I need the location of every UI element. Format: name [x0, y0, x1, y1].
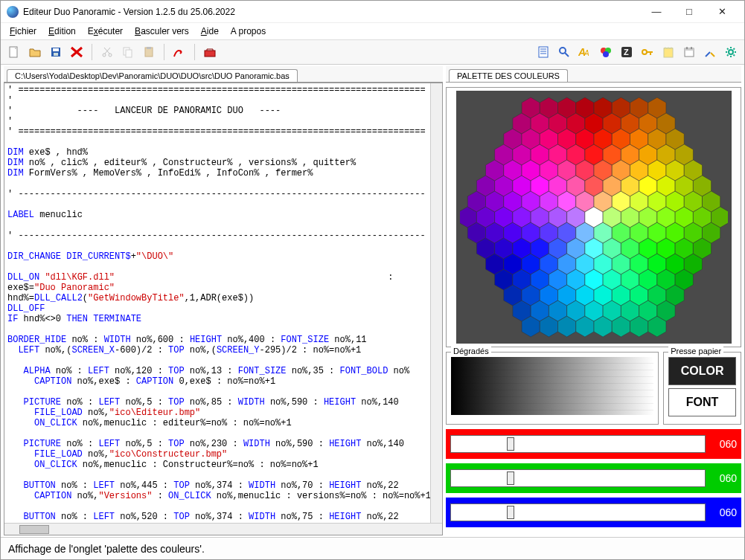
svg-rect-11 — [539, 47, 548, 57]
calendar-icon[interactable] — [680, 43, 698, 61]
svg-point-5 — [109, 54, 112, 57]
gear-icon[interactable] — [722, 43, 740, 61]
blue-value: 060 — [712, 506, 737, 518]
svg-point-15 — [560, 48, 566, 54]
main-area: C:\Users\Yoda\Desktop\Dev\Panoramic\DUO\… — [1, 65, 744, 537]
svg-text:Z: Z — [624, 48, 629, 57]
minimize-button[interactable]: — — [640, 1, 673, 22]
press-label: Presse papier — [668, 347, 723, 355]
palette-pane: PALETTE DES COULEURS Dégradés Presse pap… — [446, 66, 741, 535]
copy-color-button[interactable]: COLOR — [668, 357, 736, 385]
save-file-icon[interactable] — [47, 43, 65, 61]
editor-tabbar: C:\Users\Yoda\Desktop\Dev\Panoramic\DUO\… — [4, 66, 443, 83]
blue-slider[interactable] — [450, 503, 706, 521]
blue-slider-box: 060 — [446, 498, 741, 527]
menu-fichier[interactable]: Fichier — [5, 25, 41, 38]
svg-point-21 — [603, 51, 609, 57]
svg-rect-27 — [664, 48, 673, 57]
toolbox-icon[interactable] — [201, 43, 219, 61]
svg-rect-2 — [53, 48, 59, 51]
svg-point-4 — [103, 54, 106, 57]
svg-line-39 — [727, 55, 729, 57]
window-title: Editeur Duo Panoramic - Version 1.2.5 du… — [23, 7, 640, 17]
close-button[interactable]: ✕ — [706, 1, 738, 22]
svg-rect-9 — [147, 47, 151, 49]
statusbar: Affichage de l'onglet 'palette des coule… — [1, 537, 744, 559]
editor-tab[interactable]: C:\Users\Yoda\Desktop\Dev\Panoramic\DUO\… — [7, 69, 298, 82]
svg-line-38 — [734, 55, 735, 57]
svg-point-24 — [642, 50, 647, 54]
tools-icon[interactable] — [701, 43, 719, 61]
hex-color-wheel[interactable] — [456, 91, 732, 344]
palette-tab[interactable]: PALETTE DES COULEURS — [449, 69, 568, 82]
editor-vscroll[interactable] — [430, 83, 442, 523]
document-icon[interactable] — [534, 43, 552, 61]
red-value: 060 — [712, 438, 737, 450]
note-icon[interactable] — [659, 43, 677, 61]
titlebar: Editeur Duo Panoramic - Version 1.2.5 du… — [1, 1, 744, 23]
palette-icon[interactable] — [597, 43, 615, 61]
maximize-button[interactable]: □ — [673, 1, 706, 22]
svg-line-16 — [565, 53, 569, 57]
green-slider-box: 060 — [446, 463, 741, 493]
editor-wrap: ' ======================================… — [4, 83, 443, 535]
editor-pane: C:\Users\Yoda\Desktop\Dev\Panoramic\DUO\… — [4, 66, 443, 535]
palette-tabbar: PALETTE DES COULEURS — [446, 66, 741, 83]
new-file-icon[interactable] — [5, 43, 23, 61]
svg-rect-3 — [54, 53, 58, 56]
font-icon[interactable]: AA — [576, 43, 594, 61]
svg-point-32 — [729, 50, 733, 54]
run-icon[interactable] — [170, 43, 188, 61]
red-slider[interactable] — [450, 435, 706, 453]
menu-apropos[interactable]: A propos — [226, 25, 270, 38]
menu-executer[interactable]: Exécuter — [83, 25, 127, 38]
key-icon[interactable] — [639, 43, 656, 61]
editor-hscroll[interactable] — [4, 523, 442, 535]
menu-aide[interactable]: Aide — [196, 25, 223, 38]
color-wheel-box — [446, 87, 741, 347]
svg-rect-29 — [685, 48, 694, 51]
svg-line-37 — [727, 48, 729, 50]
toolbar: AA Z — [1, 39, 744, 65]
red-slider-box: 060 — [446, 429, 741, 459]
menu-edition[interactable]: Edition — [44, 25, 80, 38]
gradient-fieldset: Dégradés — [446, 352, 659, 425]
status-text: Affichage de l'onglet 'palette des coule… — [8, 543, 205, 555]
svg-text:A: A — [583, 49, 589, 57]
z-icon[interactable]: Z — [618, 43, 636, 61]
green-value: 060 — [712, 472, 737, 484]
svg-rect-10 — [205, 51, 215, 57]
green-slider[interactable] — [450, 469, 706, 487]
delete-icon[interactable] — [68, 43, 86, 61]
menubar: Fichier Edition Exécuter Basculer vers A… — [1, 23, 744, 39]
copy-icon[interactable] — [119, 43, 137, 61]
copy-font-button[interactable]: FONT — [668, 388, 736, 416]
code-editor[interactable]: ' ======================================… — [4, 83, 442, 523]
press-fieldset: Presse papier COLOR FONT — [663, 352, 741, 425]
menu-basculer[interactable]: Basculer vers — [130, 25, 194, 38]
app-icon — [7, 6, 19, 18]
paste-icon[interactable] — [140, 43, 158, 61]
gradient-label: Dégradés — [451, 347, 491, 355]
cut-icon[interactable] — [98, 43, 116, 61]
open-file-icon[interactable] — [26, 43, 44, 61]
svg-rect-7 — [126, 50, 132, 57]
gradient-box[interactable] — [451, 357, 653, 415]
svg-line-40 — [734, 48, 735, 50]
search-icon[interactable] — [555, 43, 573, 61]
